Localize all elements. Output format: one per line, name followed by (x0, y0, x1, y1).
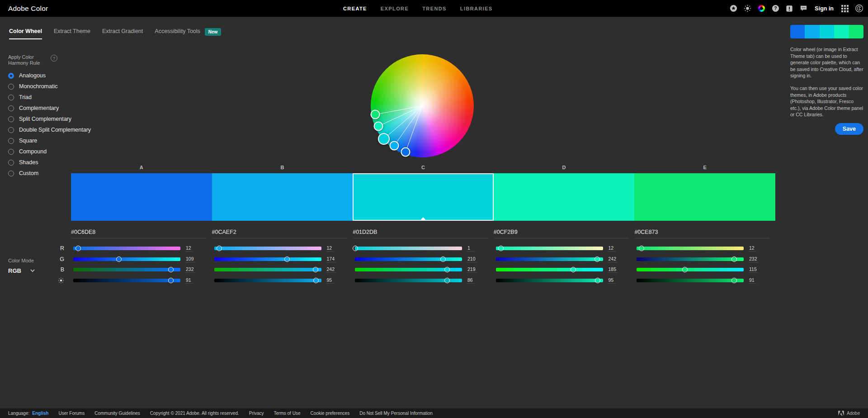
slider-value-brightness[interactable]: 95 (326, 277, 334, 284)
brightness-icon[interactable] (742, 3, 753, 14)
footer-item-cookie-preferences[interactable]: Cookie preferences (310, 411, 349, 416)
slider-track-brightness[interactable] (637, 279, 744, 282)
wheel-handle-a[interactable] (401, 147, 410, 157)
slider-value-b[interactable]: 185 (608, 266, 618, 273)
slider-handle-b[interactable] (168, 267, 174, 272)
slider-track-r[interactable] (355, 247, 462, 250)
swatch-d[interactable] (494, 173, 635, 221)
slider-handle-brightness[interactable] (313, 278, 319, 283)
nav-create[interactable]: CREATE (343, 6, 367, 11)
slider-handle-r[interactable] (217, 246, 222, 251)
slider-handle-brightness[interactable] (731, 278, 737, 283)
nav-explore[interactable]: EXPLORE (381, 6, 409, 11)
slider-track-b[interactable] (355, 268, 462, 271)
slider-track-r[interactable] (637, 247, 744, 250)
wheel-handle-b[interactable] (390, 141, 399, 151)
slider-track-brightness[interactable] (214, 279, 321, 282)
wheel-handle-c[interactable] (378, 133, 390, 145)
slider-track-brightness[interactable] (496, 279, 603, 282)
slider-value-r[interactable]: 12 (326, 245, 334, 252)
hex-input-d[interactable]: #0CF2B9 (494, 229, 629, 238)
nav-trends[interactable]: TRENDS (422, 6, 447, 11)
slider-value-b[interactable]: 219 (467, 266, 477, 273)
slider-value-g[interactable]: 210 (467, 256, 477, 262)
slider-value-brightness[interactable]: 91 (749, 277, 756, 284)
slider-handle-r[interactable] (498, 246, 504, 251)
harmony-rule-double-split-complementary[interactable]: Double Split Complementary (8, 124, 91, 135)
slider-handle-brightness[interactable] (595, 278, 600, 283)
harmony-rule-complementary[interactable]: Complementary (8, 103, 91, 114)
hex-input-b[interactable]: #0CAEF2 (212, 229, 347, 238)
color-wheel[interactable] (371, 54, 474, 157)
slider-value-b[interactable]: 115 (749, 266, 758, 273)
tab-color-wheel[interactable]: Color Wheel (9, 17, 42, 44)
slider-track-g[interactable] (214, 257, 321, 261)
slider-value-b[interactable]: 232 (185, 266, 195, 273)
question-icon[interactable]: ? (51, 55, 57, 62)
swatch-a[interactable] (71, 173, 212, 221)
feedback-icon[interactable] (784, 3, 795, 14)
radio-icon[interactable] (8, 127, 14, 133)
footer-item-do-not-sell-my-personal-information[interactable]: Do Not Sell My Personal Information (359, 411, 433, 416)
radio-icon[interactable] (8, 171, 14, 176)
slider-value-g[interactable]: 232 (749, 256, 759, 262)
radio-icon[interactable] (8, 149, 14, 155)
slider-value-g[interactable]: 242 (608, 256, 618, 262)
slider-handle-b[interactable] (682, 267, 688, 272)
slider-handle-g[interactable] (116, 256, 122, 262)
radio-icon[interactable] (8, 105, 14, 111)
color-mode-dropdown[interactable]: RGB (8, 267, 35, 274)
slider-handle-g[interactable] (440, 256, 446, 262)
slider-value-r[interactable]: 12 (749, 245, 756, 252)
slider-value-brightness[interactable]: 91 (185, 277, 193, 284)
footer-item-community-guidelines[interactable]: Community Guidelines (94, 411, 140, 416)
harmony-rule-split-complementary[interactable]: Split Complementary (8, 114, 91, 124)
radio-icon[interactable] (8, 138, 14, 144)
swatch-b[interactable] (212, 173, 353, 221)
swatch-e[interactable] (634, 173, 775, 221)
nav-libraries[interactable]: LIBRARIES (460, 6, 493, 11)
creative-cloud-icon[interactable] (854, 3, 864, 14)
tab-extract-theme[interactable]: Extract Theme (54, 17, 90, 44)
slider-value-r[interactable]: 1 (467, 245, 475, 252)
footer-item-user-forums[interactable]: User Forums (58, 411, 85, 416)
slider-value-brightness[interactable]: 95 (608, 277, 616, 284)
help-icon[interactable]: ? (770, 3, 781, 14)
slider-handle-g[interactable] (284, 256, 290, 262)
radio-icon[interactable] (8, 116, 14, 122)
swatch-c[interactable] (353, 173, 494, 221)
chat-icon[interactable] (798, 3, 809, 14)
slider-track-b[interactable] (637, 268, 744, 271)
color-wheel-icon[interactable] (756, 3, 767, 14)
harmony-rule-compound[interactable]: Compound (8, 146, 91, 157)
slider-handle-g[interactable] (731, 256, 737, 262)
slider-handle-r[interactable] (353, 246, 358, 251)
slider-value-r[interactable]: 12 (608, 245, 616, 252)
radio-icon[interactable] (8, 95, 14, 100)
hex-input-c[interactable]: #01D2DB (353, 229, 488, 238)
slider-track-g[interactable] (637, 257, 744, 261)
slider-track-g[interactable] (355, 257, 462, 261)
harmony-rule-analogous[interactable]: Analogous (8, 70, 91, 81)
radio-icon[interactable] (8, 84, 14, 90)
harmony-rule-monochromatic[interactable]: Monochromatic (8, 81, 91, 92)
slider-handle-brightness[interactable] (444, 278, 450, 283)
theme-preview-strip[interactable] (790, 25, 863, 38)
hex-input-a[interactable]: #0C6DE8 (71, 229, 206, 238)
harmony-rule-triad[interactable]: Triad (8, 92, 91, 103)
slider-value-r[interactable]: 12 (185, 245, 193, 252)
slider-handle-b[interactable] (571, 267, 576, 272)
slider-track-b[interactable] (73, 268, 180, 271)
slider-track-b[interactable] (214, 268, 321, 271)
slider-value-b[interactable]: 242 (326, 266, 336, 273)
tab-extract-gradient[interactable]: Extract Gradient (102, 17, 143, 44)
slider-track-r[interactable] (214, 247, 321, 250)
slider-track-r[interactable] (496, 247, 603, 250)
slider-value-brightness[interactable]: 86 (467, 277, 475, 284)
slider-track-r[interactable] (73, 247, 180, 250)
slider-handle-brightness[interactable] (168, 278, 174, 283)
slider-track-brightness[interactable] (73, 279, 180, 282)
slider-track-brightness[interactable] (355, 279, 462, 282)
slider-handle-b[interactable] (444, 267, 450, 272)
slider-value-g[interactable]: 109 (185, 256, 195, 262)
